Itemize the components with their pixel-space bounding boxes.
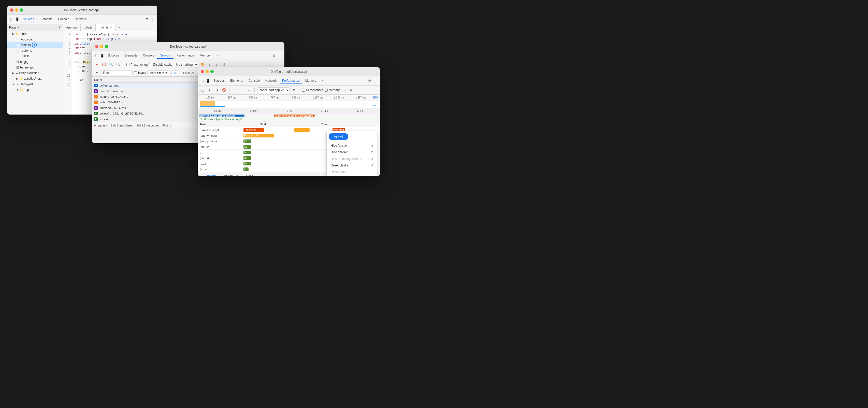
tree-utils-ts[interactable]: 📄 utils.ts — [7, 54, 63, 59]
refresh-badge[interactable]: ↺ — [32, 42, 37, 48]
inspect-icon[interactable]: ⬚ — [94, 53, 99, 58]
preserve-log-label[interactable]: Preserve log — [126, 63, 148, 66]
more-filters-btn[interactable]: More filters ▼ — [147, 70, 170, 75]
maximize-button[interactable] — [210, 70, 214, 73]
tab-summary[interactable]: Summary — [200, 173, 219, 176]
screenshots-label[interactable]: Screenshots — [302, 88, 323, 92]
file-tab-app-vue[interactable]: App.vue — [63, 24, 81, 31]
tab-elements[interactable]: Elements — [37, 16, 55, 22]
filter-icon[interactable]: 🔍 — [108, 62, 114, 67]
device-icon[interactable]: 📱 — [100, 53, 105, 58]
ask-ai-button[interactable]: Ask AI — [329, 133, 348, 140]
settings2-icon[interactable]: ⚙ — [221, 62, 227, 67]
tab-console[interactable]: Console — [141, 53, 157, 59]
inspect-icon[interactable]: ⬚ — [200, 78, 205, 84]
invert-label[interactable]: Invert — [134, 71, 146, 75]
settings-icon[interactable]: ⚙ — [272, 53, 277, 58]
tab-elements[interactable]: Elements — [228, 78, 246, 84]
tab-more[interactable]: » — [319, 78, 326, 84]
tab-sources[interactable]: Sources — [105, 53, 122, 59]
more-icon[interactable]: ⋮ — [150, 17, 155, 22]
tree-ajax[interactable]: ▶ 📁 ajax/libs/nor... — [7, 76, 63, 82]
close-button[interactable] — [95, 45, 98, 48]
file-tab-utils-ts[interactable]: utils.ts — [81, 24, 96, 31]
tree-main-ts[interactable]: 📄 main.ts ↺ — [7, 42, 63, 48]
tab-performance[interactable]: Performance — [280, 78, 302, 84]
ctx-reset-children[interactable]: Reset children U — [327, 162, 377, 169]
sidebar-more[interactable]: ⋮ — [58, 26, 61, 29]
tab-bottom-up[interactable]: Bottom-up — [221, 173, 241, 176]
more-icon[interactable]: ⋮ — [373, 78, 378, 84]
dropdown-icon[interactable]: ▼ — [291, 87, 297, 93]
tree-ad-jpg[interactable]: 🖼 ad.jpg — [7, 59, 63, 65]
close-tab-icon[interactable]: ✕ — [110, 26, 112, 29]
memory-label[interactable]: Memory — [324, 88, 340, 92]
disable-cache-checkbox[interactable] — [149, 63, 152, 66]
tab-memory[interactable]: Memory — [197, 53, 213, 59]
settings-icon[interactable]: ⚙ — [367, 78, 372, 84]
minimize-button[interactable] — [100, 45, 103, 48]
tab-network[interactable]: Network — [263, 78, 279, 84]
upload-icon[interactable]: ↑ — [232, 87, 238, 93]
settings-icon[interactable]: ⚙ — [145, 17, 150, 22]
filter-input[interactable] — [101, 70, 132, 75]
tab-memory[interactable]: Memory — [303, 78, 319, 84]
download-icon[interactable]: ↓ — [214, 62, 220, 67]
screenshots-checkbox[interactable] — [302, 89, 305, 92]
more-tabs-icon[interactable]: » — [117, 25, 122, 30]
record-button[interactable]: ● — [94, 62, 100, 67]
settings2-icon[interactable]: ⚙ — [348, 87, 354, 93]
record-button[interactable]: ● — [207, 87, 212, 93]
tab-performance[interactable]: Performance — [174, 53, 197, 59]
filter-funnel-icon[interactable]: ▼ — [94, 70, 100, 76]
tab-console[interactable]: Console — [246, 78, 262, 84]
tab-more[interactable]: » — [214, 53, 221, 59]
tab-sources[interactable]: Sources — [211, 78, 227, 84]
maximize-button[interactable] — [105, 45, 108, 48]
minimize-button[interactable] — [15, 8, 18, 12]
reload-button[interactable]: ↺ — [214, 87, 220, 93]
close-button[interactable] — [10, 8, 13, 12]
tree-router-ts[interactable]: 📄 router.ts — [7, 48, 63, 54]
disable-cache-label[interactable]: Disable cache — [149, 63, 172, 66]
tree-banner-jpg[interactable]: 🖼 banner.jpg — [7, 65, 63, 70]
minimize-button[interactable] — [206, 70, 209, 73]
tab-more[interactable]: » — [89, 16, 96, 22]
tree-cdn[interactable]: ▶ ☁ cdnjs.cloudflar... — [7, 70, 63, 76]
memory2-icon[interactable]: 📊 — [341, 87, 347, 93]
tree-deployed[interactable]: ▼ ☁ Deployed — [7, 82, 63, 87]
throttle-select[interactable]: No throttling — [174, 62, 198, 67]
tab-elements[interactable]: Elements — [122, 53, 140, 59]
tab-console[interactable]: Console — [56, 16, 72, 22]
tab-sources[interactable]: Sources — [20, 16, 37, 22]
close-button[interactable] — [201, 70, 204, 73]
upload-icon[interactable]: ↑ — [207, 62, 212, 67]
ctx-hide-function[interactable]: Hide function H — [327, 142, 377, 149]
inspect-icon[interactable]: ⬚ — [9, 17, 14, 22]
filter-fetch-xhr[interactable]: Fetch/XHR — [181, 70, 200, 75]
filter-all[interactable]: All — [172, 70, 179, 75]
tree-top[interactable]: ▼ 📁 top — [7, 87, 63, 93]
more-icon[interactable]: ⋮ — [277, 53, 282, 58]
tree-app-vue[interactable]: 📄 App.vue — [7, 37, 63, 42]
tab-call-tree[interactable]: Call t... — [243, 173, 259, 176]
tab-network[interactable]: Network — [72, 16, 89, 22]
preserve-log-checkbox[interactable] — [126, 63, 129, 66]
home-icon[interactable]: ⌂ — [246, 87, 252, 93]
device-icon[interactable]: 📱 — [15, 17, 20, 22]
tree-store[interactable]: ▶ 📁 store — [7, 31, 63, 37]
target-select[interactable]: coffee-cart.app #2 — [257, 87, 289, 93]
tab-network[interactable]: Network — [157, 53, 174, 59]
ctx-hide-children[interactable]: Hide children C — [327, 149, 377, 155]
invert-checkbox[interactable] — [134, 71, 137, 74]
memory-checkbox[interactable] — [324, 89, 328, 92]
maximize-button[interactable] — [20, 8, 23, 12]
search-icon[interactable]: 🔍 — [116, 62, 121, 67]
clear-button[interactable]: 🚫 — [101, 62, 107, 67]
device-icon[interactable]: 📱 — [205, 78, 210, 84]
clear-button[interactable]: 🚫 — [221, 87, 227, 93]
file-tab-main-ts[interactable]: main.ts ✕ — [96, 24, 116, 31]
wifi-icon[interactable]: 📶 — [200, 62, 205, 67]
screenshot-icon[interactable]: ⬚ — [200, 87, 205, 93]
download-icon[interactable]: ↓ — [239, 87, 245, 93]
